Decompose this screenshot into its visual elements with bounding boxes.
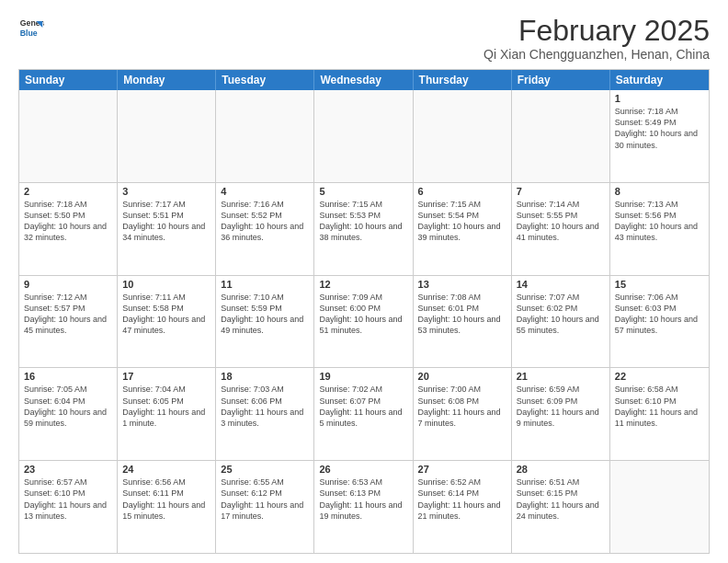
day-info: Sunrise: 7:12 AM Sunset: 5:57 PM Dayligh… (24, 292, 112, 337)
calendar: SundayMondayTuesdayWednesdayThursdayFrid… (18, 69, 710, 554)
calendar-cell: 16Sunrise: 7:05 AM Sunset: 6:04 PM Dayli… (19, 368, 118, 460)
day-info: Sunrise: 7:03 AM Sunset: 6:06 PM Dayligh… (221, 384, 309, 429)
calendar-cell: 21Sunrise: 6:59 AM Sunset: 6:09 PM Dayli… (512, 368, 610, 460)
svg-text:Blue: Blue (20, 29, 38, 38)
logo-icon: General Blue (18, 15, 44, 40)
calendar-cell (216, 90, 314, 182)
day-info: Sunrise: 6:56 AM Sunset: 6:11 PM Dayligh… (122, 477, 210, 522)
day-info: Sunrise: 7:11 AM Sunset: 5:58 PM Dayligh… (122, 292, 210, 337)
calendar-cell: 3Sunrise: 7:17 AM Sunset: 5:51 PM Daylig… (118, 183, 216, 275)
calendar-cell (414, 90, 512, 182)
calendar-header: SundayMondayTuesdayWednesdayThursdayFrid… (19, 70, 709, 90)
day-number: 26 (319, 464, 407, 475)
day-info: Sunrise: 7:17 AM Sunset: 5:51 PM Dayligh… (122, 199, 210, 244)
calendar-cell: 22Sunrise: 6:58 AM Sunset: 6:10 PM Dayli… (610, 368, 709, 460)
day-info: Sunrise: 6:59 AM Sunset: 6:09 PM Dayligh… (517, 384, 605, 429)
weekday-header: Sunday (19, 70, 118, 90)
calendar-cell: 4Sunrise: 7:16 AM Sunset: 5:52 PM Daylig… (216, 183, 314, 275)
month-title: February 2025 (483, 15, 710, 47)
title-block: February 2025 Qi Xian Chengguanzhen, Hen… (483, 15, 710, 62)
day-number: 25 (221, 464, 309, 475)
weekday-header: Saturday (610, 70, 709, 90)
day-info: Sunrise: 7:16 AM Sunset: 5:52 PM Dayligh… (221, 199, 309, 244)
day-info: Sunrise: 7:09 AM Sunset: 6:00 PM Dayligh… (319, 292, 407, 337)
day-number: 11 (221, 279, 309, 290)
calendar-cell: 18Sunrise: 7:03 AM Sunset: 6:06 PM Dayli… (216, 368, 314, 460)
calendar-cell (610, 461, 709, 553)
calendar-cell: 2Sunrise: 7:18 AM Sunset: 5:50 PM Daylig… (19, 183, 118, 275)
header: General Blue February 2025 Qi Xian Cheng… (18, 15, 710, 62)
calendar-cell: 10Sunrise: 7:11 AM Sunset: 5:58 PM Dayli… (118, 276, 216, 368)
day-info: Sunrise: 6:52 AM Sunset: 6:14 PM Dayligh… (418, 477, 506, 522)
day-info: Sunrise: 7:07 AM Sunset: 6:02 PM Dayligh… (517, 292, 605, 337)
day-number: 4 (221, 186, 309, 197)
calendar-cell: 23Sunrise: 6:57 AM Sunset: 6:10 PM Dayli… (19, 461, 118, 553)
weekday-header: Friday (512, 70, 610, 90)
day-info: Sunrise: 7:08 AM Sunset: 6:01 PM Dayligh… (418, 292, 506, 337)
calendar-body: 1Sunrise: 7:18 AM Sunset: 5:49 PM Daylig… (19, 90, 709, 553)
logo: General Blue (18, 15, 44, 40)
calendar-cell: 13Sunrise: 7:08 AM Sunset: 6:01 PM Dayli… (414, 276, 512, 368)
calendar-cell (118, 90, 216, 182)
calendar-cell: 7Sunrise: 7:14 AM Sunset: 5:55 PM Daylig… (512, 183, 610, 275)
day-info: Sunrise: 7:06 AM Sunset: 6:03 PM Dayligh… (615, 292, 704, 337)
day-info: Sunrise: 7:18 AM Sunset: 5:49 PM Dayligh… (615, 106, 704, 151)
day-number: 1 (615, 93, 704, 104)
day-info: Sunrise: 6:51 AM Sunset: 6:15 PM Dayligh… (517, 477, 605, 522)
day-number: 6 (418, 186, 506, 197)
calendar-cell: 19Sunrise: 7:02 AM Sunset: 6:07 PM Dayli… (314, 368, 413, 460)
calendar-cell: 11Sunrise: 7:10 AM Sunset: 5:59 PM Dayli… (216, 276, 314, 368)
day-number: 13 (418, 279, 506, 290)
day-number: 12 (319, 279, 407, 290)
calendar-cell: 12Sunrise: 7:09 AM Sunset: 6:00 PM Dayli… (314, 276, 413, 368)
calendar-cell: 14Sunrise: 7:07 AM Sunset: 6:02 PM Dayli… (512, 276, 610, 368)
weekday-header: Thursday (414, 70, 512, 90)
page: General Blue February 2025 Qi Xian Cheng… (0, 0, 728, 563)
day-info: Sunrise: 7:18 AM Sunset: 5:50 PM Dayligh… (24, 199, 112, 244)
calendar-cell: 20Sunrise: 7:00 AM Sunset: 6:08 PM Dayli… (414, 368, 512, 460)
day-number: 20 (418, 371, 506, 382)
day-number: 17 (122, 371, 210, 382)
day-number: 23 (24, 464, 112, 475)
day-number: 24 (122, 464, 210, 475)
day-number: 22 (615, 371, 704, 382)
calendar-cell: 1Sunrise: 7:18 AM Sunset: 5:49 PM Daylig… (610, 90, 709, 182)
day-number: 19 (319, 371, 407, 382)
calendar-cell: 6Sunrise: 7:15 AM Sunset: 5:54 PM Daylig… (414, 183, 512, 275)
day-info: Sunrise: 7:15 AM Sunset: 5:53 PM Dayligh… (319, 199, 407, 244)
calendar-cell: 24Sunrise: 6:56 AM Sunset: 6:11 PM Dayli… (118, 461, 216, 553)
day-number: 9 (24, 279, 112, 290)
day-number: 10 (122, 279, 210, 290)
day-info: Sunrise: 7:10 AM Sunset: 5:59 PM Dayligh… (221, 292, 309, 337)
day-info: Sunrise: 6:58 AM Sunset: 6:10 PM Dayligh… (615, 384, 704, 429)
calendar-cell: 15Sunrise: 7:06 AM Sunset: 6:03 PM Dayli… (610, 276, 709, 368)
calendar-cell: 5Sunrise: 7:15 AM Sunset: 5:53 PM Daylig… (314, 183, 413, 275)
calendar-cell (314, 90, 413, 182)
calendar-row: 9Sunrise: 7:12 AM Sunset: 5:57 PM Daylig… (19, 275, 709, 368)
calendar-cell (512, 90, 610, 182)
calendar-cell: 26Sunrise: 6:53 AM Sunset: 6:13 PM Dayli… (314, 461, 413, 553)
calendar-cell: 8Sunrise: 7:13 AM Sunset: 5:56 PM Daylig… (610, 183, 709, 275)
day-number: 3 (122, 186, 210, 197)
day-number: 16 (24, 371, 112, 382)
calendar-cell: 17Sunrise: 7:04 AM Sunset: 6:05 PM Dayli… (118, 368, 216, 460)
day-number: 21 (517, 371, 605, 382)
day-info: Sunrise: 7:04 AM Sunset: 6:05 PM Dayligh… (122, 384, 210, 429)
day-info: Sunrise: 7:13 AM Sunset: 5:56 PM Dayligh… (615, 199, 704, 244)
day-number: 2 (24, 186, 112, 197)
day-number: 27 (418, 464, 506, 475)
day-number: 7 (517, 186, 605, 197)
weekday-header: Monday (118, 70, 216, 90)
calendar-cell: 27Sunrise: 6:52 AM Sunset: 6:14 PM Dayli… (414, 461, 512, 553)
day-number: 14 (517, 279, 605, 290)
day-info: Sunrise: 7:14 AM Sunset: 5:55 PM Dayligh… (517, 199, 605, 244)
day-number: 28 (517, 464, 605, 475)
calendar-cell: 28Sunrise: 6:51 AM Sunset: 6:15 PM Dayli… (512, 461, 610, 553)
calendar-row: 2Sunrise: 7:18 AM Sunset: 5:50 PM Daylig… (19, 182, 709, 275)
calendar-row: 23Sunrise: 6:57 AM Sunset: 6:10 PM Dayli… (19, 460, 709, 553)
day-info: Sunrise: 6:55 AM Sunset: 6:12 PM Dayligh… (221, 477, 309, 522)
location: Qi Xian Chengguanzhen, Henan, China (483, 47, 710, 62)
day-number: 15 (615, 279, 704, 290)
day-info: Sunrise: 7:02 AM Sunset: 6:07 PM Dayligh… (319, 384, 407, 429)
calendar-row: 1Sunrise: 7:18 AM Sunset: 5:49 PM Daylig… (19, 90, 709, 182)
